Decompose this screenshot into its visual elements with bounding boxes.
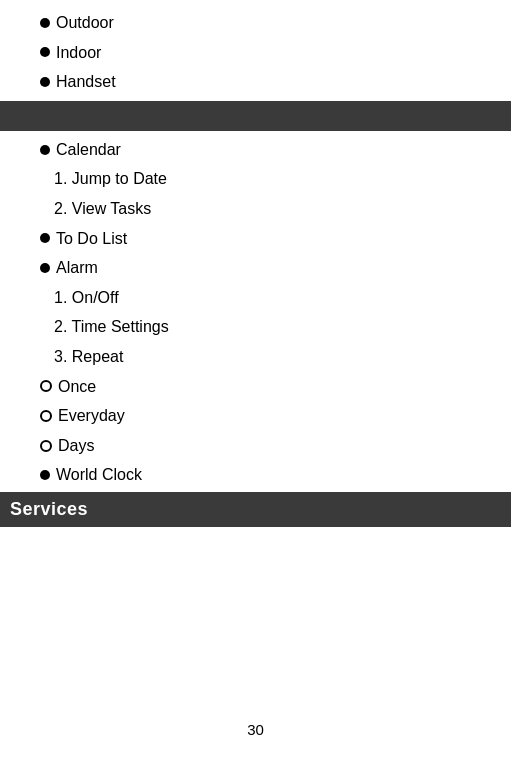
bullet-icon [40, 470, 50, 480]
list-item-indoor: Indoor [0, 38, 511, 68]
item-label: Days [58, 433, 94, 459]
list-item-calendar: Calendar [0, 135, 511, 165]
bullet-icon [40, 77, 50, 87]
services-section: Services [0, 492, 511, 527]
item-label: 2. Time Settings [54, 318, 169, 335]
ring-bullet-icon [40, 410, 52, 422]
list-item-days: Days [0, 431, 511, 461]
item-label: World Clock [56, 462, 142, 488]
list-item-everyday: Everyday [0, 401, 511, 431]
list-item-once: Once [0, 372, 511, 402]
content-area: Outdoor Indoor Handset Calendar 1. Jump … [0, 0, 511, 527]
services-label: Services [10, 499, 88, 519]
list-item-jump-to-date: 1. Jump to Date [0, 164, 511, 194]
list-item-alarm: Alarm [0, 253, 511, 283]
item-label: 1. On/Off [54, 289, 119, 306]
bullet-icon [40, 233, 50, 243]
bullet-icon [40, 263, 50, 273]
bullet-icon [40, 18, 50, 28]
item-label: Handset [56, 69, 116, 95]
list-item-on-off: 1. On/Off [0, 283, 511, 313]
item-label: Indoor [56, 40, 101, 66]
list-item-outdoor: Outdoor [0, 8, 511, 38]
ring-bullet-icon [40, 440, 52, 452]
list-item-repeat: 3. Repeat [0, 342, 511, 372]
section-highlight-text [40, 107, 44, 124]
item-label: Everyday [58, 403, 125, 429]
item-label: 1. Jump to Date [54, 170, 167, 187]
item-label: Once [58, 374, 96, 400]
list-item-world-clock: World Clock [0, 460, 511, 490]
bullet-icon [40, 47, 50, 57]
page-container: Outdoor Indoor Handset Calendar 1. Jump … [0, 0, 511, 758]
list-item-handset: Handset [0, 67, 511, 97]
item-label: To Do List [56, 226, 127, 252]
page-number: 30 [247, 721, 264, 738]
item-label: 2. View Tasks [54, 200, 151, 217]
item-label: Calendar [56, 137, 121, 163]
section-divider [0, 101, 511, 131]
item-label: 3. Repeat [54, 348, 123, 365]
ring-bullet-icon [40, 380, 52, 392]
item-label: Outdoor [56, 10, 114, 36]
list-item-view-tasks: 2. View Tasks [0, 194, 511, 224]
item-label: Alarm [56, 255, 98, 281]
list-item-todo: To Do List [0, 224, 511, 254]
list-item-time-settings: 2. Time Settings [0, 312, 511, 342]
bullet-icon [40, 145, 50, 155]
